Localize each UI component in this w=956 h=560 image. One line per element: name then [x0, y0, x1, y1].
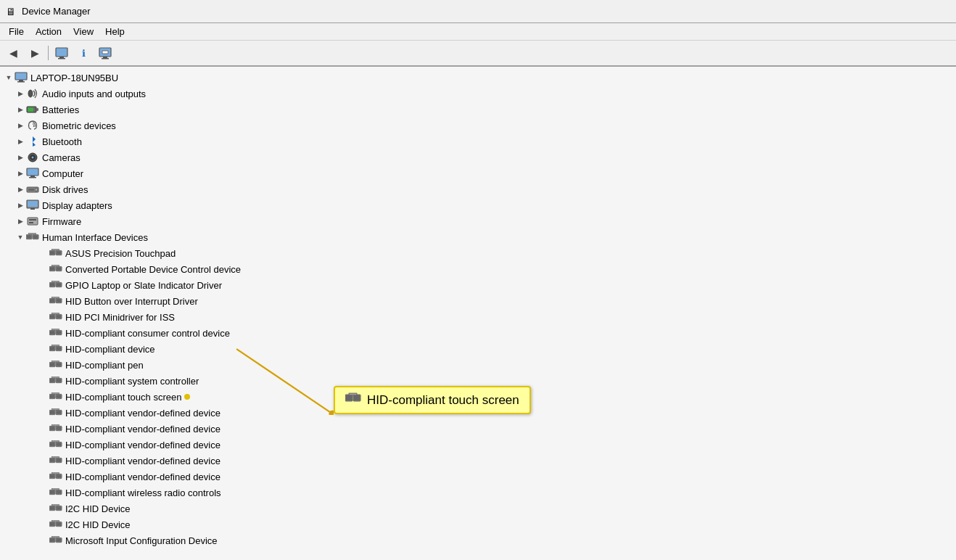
svg-rect-51: [57, 299, 61, 302]
svg-rect-46: [57, 283, 61, 287]
tree-item-firmware[interactable]: ▶ Firmware: [0, 213, 956, 229]
hid-label: Human Interface Devices: [42, 232, 148, 243]
back-button[interactable]: ◀: [3, 43, 23, 63]
display-label: Display adapters: [42, 200, 112, 211]
svg-rect-57: [52, 313, 59, 315]
tree-item-biometric[interactable]: ▶ Biometric devices: [0, 118, 956, 133]
tree-item-hid-device1[interactable]: ▶ HID-compliant device: [0, 341, 956, 357]
svg-rect-121: [57, 522, 61, 526]
svg-rect-114: [50, 506, 54, 510]
tree-item-hid-vendor4[interactable]: ▶ HID-compliant vendor-defined device: [0, 453, 956, 469]
computer-label: Computer: [42, 168, 83, 179]
svg-rect-82: [52, 393, 59, 395]
hid-vendor3-label: HID-compliant vendor-defined device: [65, 440, 221, 450]
disk-icon: [26, 183, 39, 196]
svg-rect-131: [346, 395, 352, 400]
hid-gpio-label: GPIO Laptop or Slate Indicator Driver: [65, 280, 222, 291]
audio-icon: [26, 87, 39, 100]
hid-system-label: HID-compliant system controller: [65, 376, 199, 387]
tree-item-disk[interactable]: ▶ Disk drives: [0, 181, 956, 197]
svg-rect-31: [33, 235, 38, 239]
hid-device-icon-vendor4: [49, 454, 62, 467]
svg-rect-24: [30, 208, 35, 210]
svg-rect-81: [57, 395, 61, 398]
hid-wireless-label: HID-compliant wireless radio controls: [65, 487, 221, 498]
tree-item-bluetooth[interactable]: ▶ Bluetooth: [0, 133, 956, 149]
tree-item-hid[interactable]: ▼ Human Interface Devices: [0, 229, 956, 245]
biometric-label: Biometric devices: [42, 120, 116, 131]
svg-rect-124: [50, 538, 54, 542]
tree-item-hid-pci[interactable]: ▶ HID PCI Minidriver for ISS: [0, 309, 956, 325]
tree-item-hid-vendor3[interactable]: ▶ HID-compliant vendor-defined device: [0, 437, 956, 453]
svg-rect-111: [57, 490, 61, 494]
svg-rect-106: [57, 474, 61, 478]
svg-rect-4: [103, 57, 107, 58]
hid-device-icon-asus: [49, 247, 62, 260]
svg-point-15: [32, 157, 34, 159]
tree-item-cameras[interactable]: ▶ Cameras: [0, 149, 956, 165]
hid-device-icon-system: [49, 374, 62, 387]
properties-button[interactable]: [51, 43, 72, 63]
hid-vendor4-label: HID-compliant vendor-defined device: [65, 456, 221, 466]
tree-item-hid-consumer[interactable]: ▶ HID-compliant consumer control device: [0, 325, 956, 341]
menu-help[interactable]: Help: [99, 25, 131, 38]
tree-item-hid-vendor5[interactable]: ▶ HID-compliant vendor-defined device: [0, 469, 956, 485]
scan-button[interactable]: [95, 43, 115, 63]
hid-device-icon-ms-input: [49, 534, 62, 547]
svg-point-20: [35, 189, 38, 192]
forward-button[interactable]: ▶: [25, 43, 45, 63]
svg-rect-8: [17, 81, 25, 83]
title-bar: 🖥 Device Manager: [0, 0, 956, 23]
hid-device-icon-pen: [49, 358, 62, 371]
hid-i2c1-label: I2C HID Device: [65, 503, 131, 514]
hid-device-icon-vendor1: [49, 406, 62, 419]
hid-device1-label: HID-compliant device: [65, 344, 155, 355]
svg-rect-0: [56, 48, 67, 57]
svg-rect-79: [50, 395, 54, 398]
svg-rect-62: [52, 329, 59, 331]
biometric-expand-arrow: ▶: [15, 118, 26, 133]
svg-rect-94: [50, 442, 54, 446]
tree-item-hid-ms-input[interactable]: ▶ Microsoft Input Configuration Device: [0, 532, 956, 548]
tree-root[interactable]: ▼ LAPTOP-18UN95BU: [0, 70, 956, 86]
tree-item-hid-i2c2[interactable]: ▶ I2C HID Device: [0, 516, 956, 532]
tree-item-audio[interactable]: ▶ Audio inputs and outputs: [0, 86, 956, 102]
tree-item-display[interactable]: ▶ Display adapters: [0, 197, 956, 213]
toolbar: ◀ ▶ ℹ: [0, 41, 956, 67]
cameras-label: Cameras: [42, 152, 81, 163]
tree-item-hid-wireless[interactable]: ▶ HID-compliant wireless radio controls: [0, 485, 956, 501]
tree-item-computer[interactable]: ▶ Computer: [0, 165, 956, 181]
hid-device-icon-wireless: [49, 486, 62, 499]
svg-rect-6: [15, 73, 27, 80]
svg-rect-66: [57, 347, 61, 350]
biometric-icon: [26, 119, 39, 132]
tree-item-hid-button[interactable]: ▶ HID Button over Interrupt Driver: [0, 293, 956, 309]
title-bar-icon: 🖥: [6, 6, 16, 17]
hid-device-icon-vendor2: [49, 422, 62, 435]
tree-item-batteries[interactable]: ▶ Batteries: [0, 102, 956, 118]
svg-rect-77: [52, 377, 59, 379]
svg-rect-2: [58, 58, 65, 59]
tree-item-hid-vendor2[interactable]: ▶ HID-compliant vendor-defined device: [0, 421, 956, 437]
menu-view[interactable]: View: [67, 25, 99, 38]
svg-rect-89: [50, 427, 54, 430]
update-driver-button[interactable]: ℹ: [73, 43, 94, 63]
menu-action[interactable]: Action: [30, 25, 67, 38]
audio-expand-arrow: ▶: [15, 86, 26, 102]
svg-rect-127: [52, 537, 59, 538]
svg-rect-134: [349, 393, 357, 395]
svg-rect-71: [57, 363, 61, 366]
svg-rect-112: [52, 489, 59, 490]
tree-item-hid-pen[interactable]: ▶ HID-compliant pen: [0, 357, 956, 373]
tree-item-hid-converted[interactable]: ▶ Converted Portable Device Control devi…: [0, 261, 956, 277]
hid-expand-arrow: ▼: [15, 229, 26, 245]
tree-item-hid-asus[interactable]: ▶ ASUS Precision Touchpad: [0, 245, 956, 261]
svg-rect-104: [50, 474, 54, 478]
svg-rect-67: [52, 345, 59, 347]
tree-item-hid-gpio[interactable]: ▶ GPIO Laptop or Slate Indicator Driver: [0, 277, 956, 293]
menu-file[interactable]: File: [3, 25, 30, 38]
svg-rect-76: [57, 379, 61, 382]
svg-rect-16: [27, 168, 38, 176]
callout-container: HID-compliant touch screen: [334, 386, 531, 414]
tree-item-hid-i2c1[interactable]: ▶ I2C HID Device: [0, 501, 956, 516]
